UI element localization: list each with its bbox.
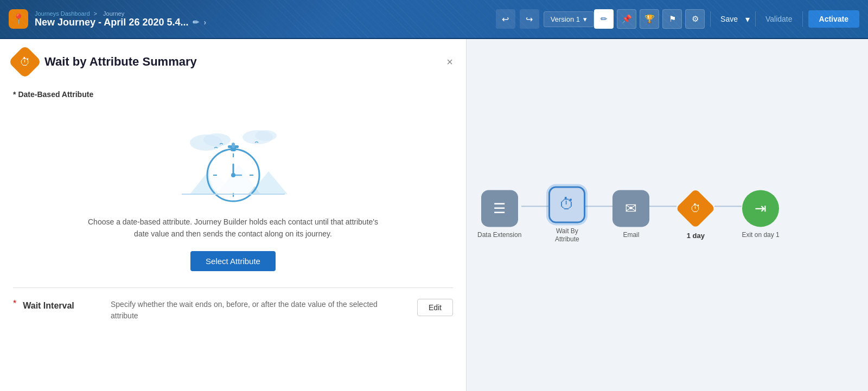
wait-clock-icon: ⏱ [559, 195, 575, 213]
app-logo-icon: 📍 [9, 9, 28, 29]
header-divider3 [802, 11, 803, 27]
panel-header: ⏱ Wait by Attribute Summary × [0, 39, 466, 85]
panel-close-button[interactable]: × [446, 56, 453, 67]
wait-interval-label: Wait Interval [23, 299, 93, 311]
version-selector[interactable]: Version 1 ▾ [544, 11, 594, 27]
wait-by-attribute-panel: ⏱ Wait by Attribute Summary × *Date-Base… [0, 39, 467, 391]
validate-button[interactable]: Validate [761, 11, 797, 27]
connector-2 [585, 206, 612, 207]
wait-interval-description: Specify whether the wait ends on, before… [111, 299, 406, 322]
email-node[interactable]: ✉ [612, 190, 649, 227]
header-left: 📍 Journeys Dashboard > Journey New Journ… [9, 9, 496, 29]
illustration-area: Choose a date-based attribute. Journey B… [13, 102, 453, 277]
breadcrumb: Journeys Dashboard > Journey New Journey… [35, 10, 206, 28]
clock-icon: ⏱ [20, 56, 30, 68]
data-extension-node[interactable]: ☰ [481, 190, 518, 227]
one-day-label: 1 day [687, 232, 705, 241]
clock-illustration [174, 113, 293, 210]
attribute-description: Choose a date-based attribute. Journey B… [87, 216, 380, 240]
wait-attribute-node[interactable]: ⏱ [548, 186, 585, 223]
undo-button[interactable]: ↩ [496, 9, 515, 29]
header-divider [710, 11, 711, 27]
breadcrumb-current: Journey [103, 10, 124, 17]
app-header: 📍 Journeys Dashboard > Journey New Journ… [0, 0, 868, 39]
journey-title: New Journey - April 26 2020 5.4... ✏ › [35, 17, 206, 28]
panel-header-left: ⏱ Wait by Attribute Summary [13, 50, 197, 74]
header-right-tools: ✏ 📌 🏆 ⚑ ⚙ Save ▾ Validate Activate [594, 9, 859, 29]
connector-1 [521, 206, 548, 207]
save-button[interactable]: Save [716, 11, 742, 27]
wait-interval-edit-button[interactable]: Edit [417, 299, 453, 316]
flow-step-one-day[interactable]: ⏱ 1 day [676, 189, 714, 241]
activate-button[interactable]: Activate [808, 10, 859, 28]
breadcrumb-path: Journeys Dashboard > Journey [35, 10, 206, 17]
panel-body: *Date-Based Attribute [0, 85, 466, 391]
date-attribute-field-label: *Date-Based Attribute [13, 90, 453, 99]
breadcrumb-separator: > [94, 10, 97, 17]
day-node[interactable]: ⏱ [676, 188, 716, 228]
panel-icon: ⏱ [8, 45, 42, 79]
wait-attribute-label: Wait ByAttribute [555, 227, 579, 244]
list-icon: ☰ [493, 200, 506, 217]
exit-icon: ⇥ [755, 200, 767, 217]
section-divider [13, 287, 453, 288]
flow-step-email[interactable]: ✉ Email [612, 190, 649, 240]
header-divider2 [755, 11, 756, 27]
flow-step-wait-by-attribute[interactable]: ⏱ Wait ByAttribute [548, 186, 585, 244]
connector-4 [714, 206, 742, 207]
flow-step-data-extension[interactable]: ☰ Data Extension [477, 190, 521, 240]
data-extension-label: Data Extension [477, 232, 521, 240]
wait-interval-required-star: * [13, 299, 16, 309]
email-label: Email [623, 232, 639, 240]
flag-button[interactable]: ⚑ [662, 9, 682, 29]
main-content: ⏱ Wait by Attribute Summary × *Date-Base… [0, 39, 868, 391]
pin-button[interactable]: 📌 [617, 9, 636, 29]
flow-step-exit[interactable]: ⇥ Exit on day 1 [742, 190, 779, 240]
header-center-tools: ↩ ↪ Version 1 ▾ [496, 9, 594, 29]
connector-3 [649, 206, 676, 207]
svg-rect-11 [232, 143, 235, 148]
title-forward-icon[interactable]: › [203, 18, 206, 27]
panel-title: Wait by Attribute Summary [44, 55, 197, 69]
svg-point-18 [231, 173, 235, 177]
edit-mode-button[interactable]: ✏ [594, 9, 614, 29]
required-star: * [13, 90, 16, 99]
settings-button[interactable]: ⚙ [685, 9, 705, 29]
email-icon: ✉ [625, 200, 637, 217]
journey-flow: ☰ Data Extension ⏱ Wait ByAttribute ✉ Em… [467, 186, 780, 244]
redo-button[interactable]: ↪ [520, 9, 539, 29]
version-chevron-icon: ▾ [583, 15, 587, 23]
exit-node[interactable]: ⇥ [742, 190, 779, 227]
title-edit-icon[interactable]: ✏ [193, 18, 199, 27]
wait-interval-section: * Wait Interval Specify whether the wait… [13, 299, 453, 322]
save-dropdown-icon[interactable]: ▾ [745, 14, 750, 24]
journey-canvas[interactable]: ☰ Data Extension ⏱ Wait ByAttribute ✉ Em… [467, 39, 868, 391]
exit-label: Exit on day 1 [742, 232, 779, 240]
svg-point-1 [203, 133, 231, 146]
svg-point-3 [255, 130, 277, 141]
day-clock-icon: ⏱ [690, 202, 701, 215]
trophy-button[interactable]: 🏆 [640, 9, 659, 29]
breadcrumb-link-journeys[interactable]: Journeys Dashboard [35, 10, 90, 17]
select-attribute-button[interactable]: Select Attribute [190, 251, 276, 271]
